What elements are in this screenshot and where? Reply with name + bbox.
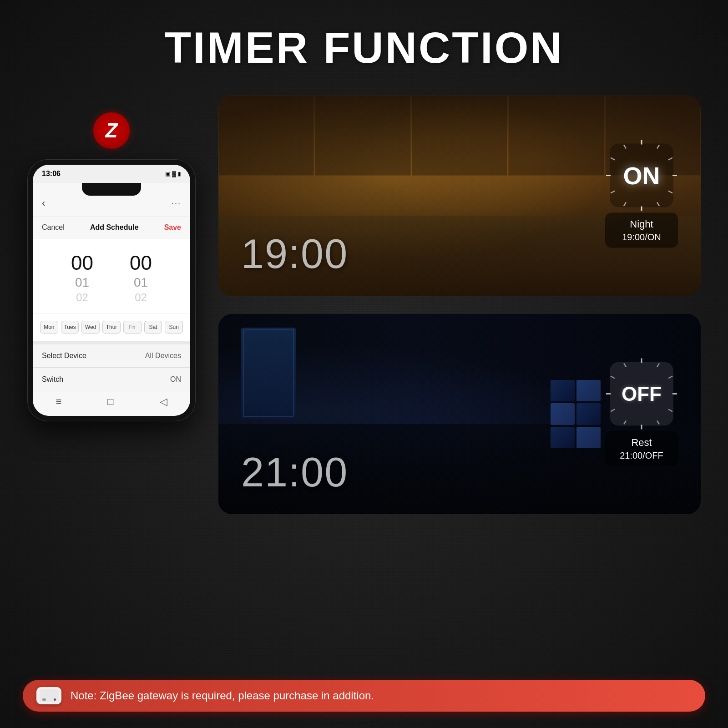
time-columns: 00 01 02 00 01 02 <box>33 248 190 308</box>
grid-pane-5 <box>551 427 575 448</box>
device-body <box>40 689 59 702</box>
off-schedule: 21:00/OFF <box>614 450 669 461</box>
save-button[interactable]: Save <box>164 223 181 232</box>
network-icon: ▓ <box>172 171 176 177</box>
on-status-overlay: ON Night 19:00/ON <box>605 144 678 248</box>
grid-pane-2 <box>576 380 601 401</box>
battery-icon: ▮ <box>178 171 181 177</box>
zigbee-circle: Z <box>93 112 130 149</box>
svg-line-5 <box>657 202 659 206</box>
nav-back-icon[interactable]: ◁ <box>160 396 167 408</box>
day-sun[interactable]: Sun <box>165 321 183 334</box>
day-thur[interactable]: Thur <box>102 321 121 334</box>
more-button[interactable]: ··· <box>172 199 181 208</box>
svg-line-20 <box>611 410 615 412</box>
cabinet-3 <box>412 96 507 176</box>
phone-notch <box>82 183 141 196</box>
minute-secondary: 01 <box>134 276 148 290</box>
window-frame <box>243 329 294 417</box>
svg-line-10 <box>611 158 615 160</box>
day-mon[interactable]: Mon <box>40 321 58 334</box>
device-port <box>42 698 46 701</box>
main-content: Z 13:06 ▣ ▓ ▮ <box>27 96 701 710</box>
minute-active: 00 <box>130 252 152 274</box>
scene-card-off: 21:00 <box>218 314 701 514</box>
cabinet-4 <box>508 96 604 176</box>
nav-menu-icon[interactable]: ≡ <box>56 396 61 408</box>
svg-line-13 <box>657 364 659 367</box>
days-row: Mon Tues Wed Thur Fri <box>33 313 190 341</box>
svg-line-2 <box>668 158 672 160</box>
phone-screen: 13:06 ▣ ▓ ▮ ‹ ··· <box>33 165 190 416</box>
minute-fade: 02 <box>135 292 147 303</box>
scene-top-time: 19:00 <box>241 231 348 278</box>
off-status-overlay: OFF Rest 21:00/OFF <box>605 362 678 466</box>
zigbee-logo: Z <box>66 96 157 155</box>
select-device-row[interactable]: Select Device All Devices <box>33 341 190 368</box>
hours-column[interactable]: 00 01 02 <box>71 252 93 304</box>
hour-fade: 02 <box>76 292 88 303</box>
day-tues[interactable]: Tues <box>61 321 79 334</box>
day-sat[interactable]: Sat <box>144 321 162 334</box>
back-button[interactable]: ‹ <box>42 197 45 209</box>
switch-row[interactable]: Switch ON <box>33 368 190 391</box>
grid-window <box>551 380 601 448</box>
bottom-nav: ≡ □ ◁ <box>33 391 190 416</box>
cancel-button[interactable]: Cancel <box>42 223 65 232</box>
switch-label: Switch <box>42 375 63 384</box>
svg-line-7 <box>624 202 626 206</box>
grid-pane-3 <box>551 403 575 425</box>
grid-pane-6 <box>576 427 601 448</box>
svg-line-16 <box>668 410 672 412</box>
on-mode: Night <box>614 218 669 230</box>
cabinet-1 <box>218 96 314 176</box>
switch-value: ON <box>170 375 181 384</box>
schedule-bar: Cancel Add Schedule Save <box>33 217 190 238</box>
window-glow <box>241 328 296 419</box>
svg-line-8 <box>611 191 615 193</box>
day-wed[interactable]: Wed <box>81 321 100 334</box>
grid-pane-4 <box>576 403 601 425</box>
hour-secondary: 01 <box>75 276 89 290</box>
svg-line-17 <box>657 421 659 425</box>
zigbee-z-letter: Z <box>106 119 118 142</box>
status-bar: 13:06 ▣ ▓ ▮ <box>33 165 190 183</box>
scene-bottom-time: 21:00 <box>241 449 348 496</box>
off-info-box: Rest 21:00/OFF <box>605 431 678 466</box>
status-icons: ▣ ▓ ▮ <box>165 171 181 177</box>
minutes-column[interactable]: 00 01 02 <box>130 252 152 304</box>
off-mode: Rest <box>614 437 669 449</box>
svg-line-22 <box>611 376 615 379</box>
page-wrapper: TIMER FUNCTION Z 13:06 <box>0 0 728 728</box>
on-dial: ON <box>610 144 673 207</box>
on-info-box: Night 19:00/ON <box>605 213 678 248</box>
on-schedule: 19:00/ON <box>614 232 669 243</box>
cabinet-2 <box>315 96 410 176</box>
right-section: 19:00 <box>218 96 701 514</box>
page-title: TIMER FUNCTION <box>164 23 563 73</box>
svg-line-14 <box>668 376 672 379</box>
phone-device: 13:06 ▣ ▓ ▮ ‹ ··· <box>27 159 196 421</box>
add-schedule-label: Add Schedule <box>90 223 139 232</box>
svg-line-11 <box>624 145 626 149</box>
select-device-label: Select Device <box>42 352 86 360</box>
grid-pane-1 <box>551 380 575 401</box>
left-section: Z 13:06 ▣ ▓ ▮ <box>27 96 196 421</box>
note-text: Note: ZigBee gateway is required, please… <box>71 689 374 702</box>
signal-icon: ▣ <box>165 171 170 177</box>
off-dial: OFF <box>610 362 673 426</box>
hour-active: 00 <box>71 252 93 274</box>
svg-line-1 <box>657 145 659 149</box>
svg-line-19 <box>624 421 626 425</box>
nav-home-icon[interactable]: □ <box>107 396 113 408</box>
device-led <box>54 698 56 701</box>
day-fri[interactable]: Fri <box>123 321 142 334</box>
svg-line-23 <box>624 364 626 367</box>
time-picker[interactable]: 00 01 02 00 01 02 <box>33 238 190 313</box>
svg-line-4 <box>668 191 672 193</box>
status-time: 13:06 <box>42 170 61 178</box>
gateway-device-icon <box>36 687 61 704</box>
select-device-value: All Devices <box>145 352 181 360</box>
note-bar: Note: ZigBee gateway is required, please… <box>23 680 705 712</box>
scene-card-on: 19:00 <box>218 96 701 296</box>
